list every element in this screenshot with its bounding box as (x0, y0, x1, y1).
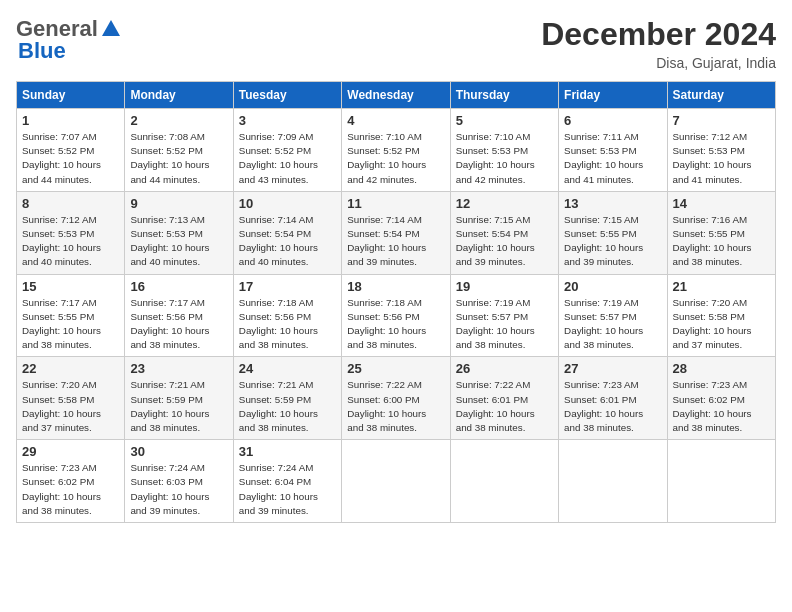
calendar-cell-18: 18 Sunrise: 7:18 AMSunset: 5:56 PMDaylig… (342, 274, 450, 357)
month-title: December 2024 (541, 16, 776, 53)
day-number: 16 (130, 279, 227, 294)
col-thursday: Thursday (450, 82, 558, 109)
day-info: Sunrise: 7:15 AMSunset: 5:55 PMDaylight:… (564, 213, 661, 270)
calendar-cell-15: 15 Sunrise: 7:17 AMSunset: 5:55 PMDaylig… (17, 274, 125, 357)
calendar-cell-25: 25 Sunrise: 7:22 AMSunset: 6:00 PMDaylig… (342, 357, 450, 440)
calendar-cell-6: 6 Sunrise: 7:11 AMSunset: 5:53 PMDayligh… (559, 109, 667, 192)
calendar-cell-30: 30 Sunrise: 7:24 AMSunset: 6:03 PMDaylig… (125, 440, 233, 523)
day-info: Sunrise: 7:20 AMSunset: 5:58 PMDaylight:… (673, 296, 770, 353)
calendar-cell-22: 22 Sunrise: 7:20 AMSunset: 5:58 PMDaylig… (17, 357, 125, 440)
day-info: Sunrise: 7:17 AMSunset: 5:56 PMDaylight:… (130, 296, 227, 353)
calendar-cell-19: 19 Sunrise: 7:19 AMSunset: 5:57 PMDaylig… (450, 274, 558, 357)
calendar-cell-3: 3 Sunrise: 7:09 AMSunset: 5:52 PMDayligh… (233, 109, 341, 192)
day-number: 27 (564, 361, 661, 376)
day-info: Sunrise: 7:08 AMSunset: 5:52 PMDaylight:… (130, 130, 227, 187)
calendar-cell-7: 7 Sunrise: 7:12 AMSunset: 5:53 PMDayligh… (667, 109, 775, 192)
day-info: Sunrise: 7:18 AMSunset: 5:56 PMDaylight:… (347, 296, 444, 353)
logo-icon (100, 18, 122, 40)
calendar-cell-12: 12 Sunrise: 7:15 AMSunset: 5:54 PMDaylig… (450, 191, 558, 274)
day-info: Sunrise: 7:21 AMSunset: 5:59 PMDaylight:… (130, 378, 227, 435)
day-info: Sunrise: 7:15 AMSunset: 5:54 PMDaylight:… (456, 213, 553, 270)
calendar-cell-empty (667, 440, 775, 523)
day-number: 5 (456, 113, 553, 128)
day-number: 12 (456, 196, 553, 211)
day-info: Sunrise: 7:14 AMSunset: 5:54 PMDaylight:… (347, 213, 444, 270)
day-number: 3 (239, 113, 336, 128)
calendar-table: Sunday Monday Tuesday Wednesday Thursday… (16, 81, 776, 523)
calendar-week-row: 22 Sunrise: 7:20 AMSunset: 5:58 PMDaylig… (17, 357, 776, 440)
calendar-cell-1: 1 Sunrise: 7:07 AMSunset: 5:52 PMDayligh… (17, 109, 125, 192)
day-info: Sunrise: 7:22 AMSunset: 6:00 PMDaylight:… (347, 378, 444, 435)
day-number: 10 (239, 196, 336, 211)
day-number: 9 (130, 196, 227, 211)
calendar-cell-13: 13 Sunrise: 7:15 AMSunset: 5:55 PMDaylig… (559, 191, 667, 274)
calendar-week-row: 15 Sunrise: 7:17 AMSunset: 5:55 PMDaylig… (17, 274, 776, 357)
calendar-cell-empty (559, 440, 667, 523)
calendar-week-row: 8 Sunrise: 7:12 AMSunset: 5:53 PMDayligh… (17, 191, 776, 274)
calendar-week-row: 29 Sunrise: 7:23 AMSunset: 6:02 PMDaylig… (17, 440, 776, 523)
page-header: General Blue December 2024 Disa, Gujarat… (16, 16, 776, 71)
day-number: 21 (673, 279, 770, 294)
day-number: 8 (22, 196, 119, 211)
day-info: Sunrise: 7:23 AMSunset: 6:01 PMDaylight:… (564, 378, 661, 435)
calendar-cell-27: 27 Sunrise: 7:23 AMSunset: 6:01 PMDaylig… (559, 357, 667, 440)
calendar-cell-23: 23 Sunrise: 7:21 AMSunset: 5:59 PMDaylig… (125, 357, 233, 440)
day-info: Sunrise: 7:12 AMSunset: 5:53 PMDaylight:… (673, 130, 770, 187)
day-number: 23 (130, 361, 227, 376)
day-number: 20 (564, 279, 661, 294)
calendar-cell-9: 9 Sunrise: 7:13 AMSunset: 5:53 PMDayligh… (125, 191, 233, 274)
calendar-cell-14: 14 Sunrise: 7:16 AMSunset: 5:55 PMDaylig… (667, 191, 775, 274)
calendar-cell-10: 10 Sunrise: 7:14 AMSunset: 5:54 PMDaylig… (233, 191, 341, 274)
calendar-cell-17: 17 Sunrise: 7:18 AMSunset: 5:56 PMDaylig… (233, 274, 341, 357)
day-number: 22 (22, 361, 119, 376)
logo-blue-text: Blue (18, 38, 66, 64)
day-info: Sunrise: 7:07 AMSunset: 5:52 PMDaylight:… (22, 130, 119, 187)
calendar-cell-24: 24 Sunrise: 7:21 AMSunset: 5:59 PMDaylig… (233, 357, 341, 440)
day-info: Sunrise: 7:10 AMSunset: 5:52 PMDaylight:… (347, 130, 444, 187)
day-info: Sunrise: 7:22 AMSunset: 6:01 PMDaylight:… (456, 378, 553, 435)
day-info: Sunrise: 7:17 AMSunset: 5:55 PMDaylight:… (22, 296, 119, 353)
day-number: 28 (673, 361, 770, 376)
day-info: Sunrise: 7:18 AMSunset: 5:56 PMDaylight:… (239, 296, 336, 353)
day-number: 24 (239, 361, 336, 376)
day-number: 6 (564, 113, 661, 128)
calendar-header-row: Sunday Monday Tuesday Wednesday Thursday… (17, 82, 776, 109)
col-sunday: Sunday (17, 82, 125, 109)
day-number: 26 (456, 361, 553, 376)
day-info: Sunrise: 7:09 AMSunset: 5:52 PMDaylight:… (239, 130, 336, 187)
day-info: Sunrise: 7:14 AMSunset: 5:54 PMDaylight:… (239, 213, 336, 270)
day-number: 31 (239, 444, 336, 459)
calendar-cell-4: 4 Sunrise: 7:10 AMSunset: 5:52 PMDayligh… (342, 109, 450, 192)
day-info: Sunrise: 7:13 AMSunset: 5:53 PMDaylight:… (130, 213, 227, 270)
calendar-cell-21: 21 Sunrise: 7:20 AMSunset: 5:58 PMDaylig… (667, 274, 775, 357)
calendar-cell-28: 28 Sunrise: 7:23 AMSunset: 6:02 PMDaylig… (667, 357, 775, 440)
day-number: 1 (22, 113, 119, 128)
calendar-cell-26: 26 Sunrise: 7:22 AMSunset: 6:01 PMDaylig… (450, 357, 558, 440)
location: Disa, Gujarat, India (541, 55, 776, 71)
day-info: Sunrise: 7:20 AMSunset: 5:58 PMDaylight:… (22, 378, 119, 435)
day-info: Sunrise: 7:10 AMSunset: 5:53 PMDaylight:… (456, 130, 553, 187)
col-wednesday: Wednesday (342, 82, 450, 109)
svg-marker-0 (102, 20, 120, 36)
day-number: 25 (347, 361, 444, 376)
day-info: Sunrise: 7:23 AMSunset: 6:02 PMDaylight:… (673, 378, 770, 435)
logo: General Blue (16, 16, 124, 64)
day-number: 2 (130, 113, 227, 128)
col-tuesday: Tuesday (233, 82, 341, 109)
day-number: 30 (130, 444, 227, 459)
day-number: 15 (22, 279, 119, 294)
calendar-cell-16: 16 Sunrise: 7:17 AMSunset: 5:56 PMDaylig… (125, 274, 233, 357)
day-info: Sunrise: 7:24 AMSunset: 6:04 PMDaylight:… (239, 461, 336, 518)
title-section: December 2024 Disa, Gujarat, India (541, 16, 776, 71)
calendar-cell-empty (450, 440, 558, 523)
calendar-week-row: 1 Sunrise: 7:07 AMSunset: 5:52 PMDayligh… (17, 109, 776, 192)
day-info: Sunrise: 7:16 AMSunset: 5:55 PMDaylight:… (673, 213, 770, 270)
day-info: Sunrise: 7:23 AMSunset: 6:02 PMDaylight:… (22, 461, 119, 518)
day-info: Sunrise: 7:21 AMSunset: 5:59 PMDaylight:… (239, 378, 336, 435)
day-number: 29 (22, 444, 119, 459)
calendar-cell-20: 20 Sunrise: 7:19 AMSunset: 5:57 PMDaylig… (559, 274, 667, 357)
day-number: 19 (456, 279, 553, 294)
day-info: Sunrise: 7:24 AMSunset: 6:03 PMDaylight:… (130, 461, 227, 518)
day-number: 18 (347, 279, 444, 294)
calendar-cell-11: 11 Sunrise: 7:14 AMSunset: 5:54 PMDaylig… (342, 191, 450, 274)
